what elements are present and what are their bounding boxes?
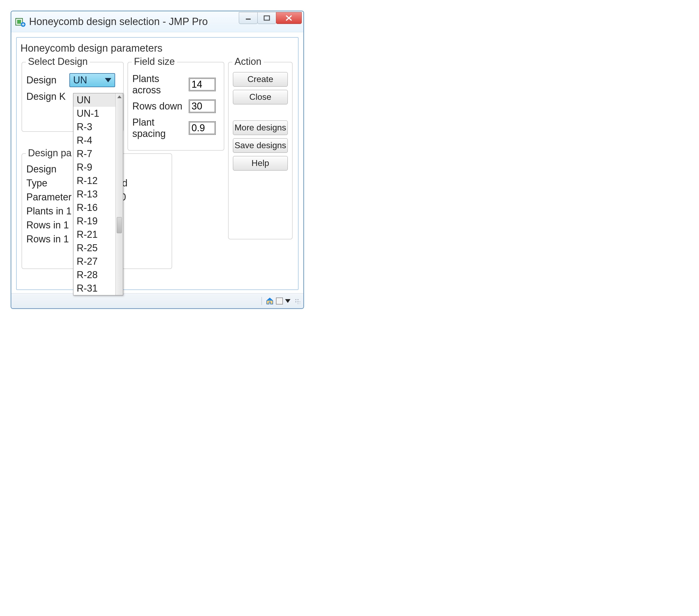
app-window: Honeycomb design selection - JMP Pro Hon…: [11, 11, 304, 309]
design-combobox[interactable]: UN: [69, 73, 115, 87]
param-key: Parameter: [26, 192, 80, 203]
client-area: Honeycomb design parameters Select Desig…: [11, 32, 303, 293]
param-key: Design: [26, 163, 80, 175]
field-size-legend: Field size: [132, 56, 177, 67]
rows-down-input[interactable]: [189, 100, 216, 113]
minimize-button[interactable]: [239, 12, 258, 24]
param-key: Rows in 1: [26, 220, 80, 231]
design-label: Design: [26, 75, 69, 86]
statusbar-box-icon[interactable]: [276, 298, 283, 304]
window-controls: [239, 12, 302, 26]
param-key: Rows in 1: [26, 234, 80, 245]
caret-down-icon: [105, 78, 111, 82]
more-designs-button[interactable]: More designs: [233, 120, 288, 135]
close-dialog-button[interactable]: Close: [233, 90, 288, 104]
save-designs-button[interactable]: Save designs: [233, 138, 288, 153]
svg-rect-4: [264, 16, 269, 20]
param-key: Type: [26, 178, 80, 189]
dropdown-scrollbar[interactable]: [115, 93, 123, 295]
field-size-group: Field size Plants across Rows down Plant…: [128, 62, 224, 150]
resize-grip-icon[interactable]: [294, 298, 300, 304]
rows-down-label: Rows down: [132, 101, 189, 112]
statusbar-separator: [261, 297, 262, 305]
action-legend: Action: [232, 56, 264, 67]
plant-spacing-label: Plant spacing: [132, 117, 189, 139]
page-heading: Honeycomb design parameters: [21, 42, 294, 54]
create-button[interactable]: Create: [233, 72, 288, 87]
statusbar: [11, 293, 303, 308]
param-key: Plants in 1: [26, 206, 80, 217]
plant-spacing-input[interactable]: [189, 121, 216, 135]
scroll-up-icon[interactable]: [117, 95, 121, 98]
svg-rect-1: [17, 19, 21, 24]
design-k-label: Design K: [26, 91, 69, 102]
design-dropdown-list[interactable]: UNUN-1R-3R-4R-7R-9R-12R-13R-16R-19R-21R-…: [73, 93, 123, 296]
scroll-thumb[interactable]: [117, 217, 122, 233]
help-button[interactable]: Help: [233, 156, 288, 171]
plants-across-input[interactable]: [189, 78, 216, 91]
titlebar: Honeycomb design selection - JMP Pro: [11, 11, 303, 32]
statusbar-menu-caret-icon[interactable]: [285, 299, 290, 303]
maximize-button[interactable]: [258, 12, 276, 24]
action-group: Action Create Close More designs Save de…: [228, 62, 293, 239]
design-combobox-value: UN: [73, 75, 87, 86]
select-design-legend: Select Design: [26, 56, 90, 67]
svg-rect-3: [246, 18, 251, 19]
app-icon: [15, 16, 26, 27]
close-button[interactable]: [276, 12, 302, 24]
plants-across-label: Plants across: [132, 73, 189, 96]
content-panel: Honeycomb design parameters Select Desig…: [16, 37, 299, 290]
window-title: Honeycomb design selection - JMP Pro: [29, 16, 239, 27]
design-params-legend: Design pa: [26, 147, 74, 159]
home-icon[interactable]: [266, 297, 274, 305]
